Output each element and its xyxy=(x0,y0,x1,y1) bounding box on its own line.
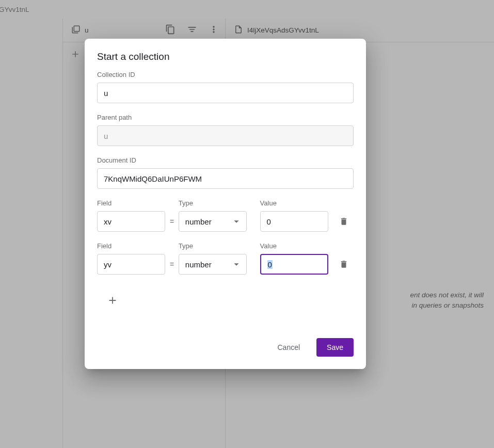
field-row: Field = Type number Value 0 xyxy=(97,242,354,275)
start-collection-dialog: Start a collection Collection ID Parent … xyxy=(85,39,366,369)
parent-path-input xyxy=(97,125,354,146)
type-select[interactable]: number xyxy=(179,211,247,232)
field-label: Field xyxy=(97,242,165,250)
document-id-input[interactable] xyxy=(97,168,354,189)
chevron-down-icon xyxy=(231,216,242,227)
field-name-input[interactable] xyxy=(97,211,165,232)
type-label: Type xyxy=(179,242,247,250)
type-label: Type xyxy=(179,199,247,207)
dialog-title: Start a collection xyxy=(97,39,354,71)
trash-icon xyxy=(339,217,348,226)
field-label: Field xyxy=(97,199,165,207)
delete-field-button[interactable] xyxy=(333,211,354,232)
trash-icon xyxy=(339,260,348,269)
equals-sign: = xyxy=(165,211,178,232)
field-row: Field = Type number Value xyxy=(97,199,354,232)
save-button[interactable]: Save xyxy=(316,338,354,357)
value-input[interactable] xyxy=(260,211,328,232)
value-input[interactable]: 0 xyxy=(260,254,328,275)
add-field-button[interactable] xyxy=(103,291,122,310)
collection-id-label: Collection ID xyxy=(97,71,354,78)
parent-path-label: Parent path xyxy=(97,114,354,121)
modal-overlay: Start a collection Collection ID Parent … xyxy=(0,0,494,448)
cancel-button[interactable]: Cancel xyxy=(267,338,310,357)
field-name-input[interactable] xyxy=(97,254,165,275)
value-label: Value xyxy=(260,199,328,207)
equals-sign: = xyxy=(165,254,178,275)
chevron-down-icon xyxy=(231,259,242,270)
delete-field-button[interactable] xyxy=(333,254,354,275)
type-select[interactable]: number xyxy=(179,254,247,275)
collection-id-input[interactable] xyxy=(97,83,354,103)
document-id-label: Document ID xyxy=(97,156,354,164)
value-label: Value xyxy=(260,242,328,250)
plus-icon xyxy=(107,295,118,306)
